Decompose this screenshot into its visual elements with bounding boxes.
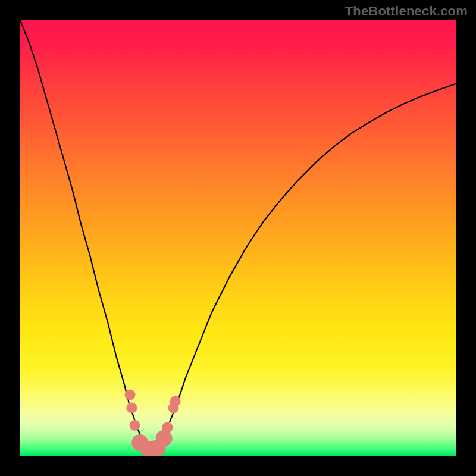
data-marker [130, 420, 140, 431]
data-markers [125, 390, 181, 456]
watermark-label: TheBottleneck.com [345, 4, 468, 18]
plot-area [20, 20, 456, 456]
data-marker [170, 396, 181, 407]
data-marker [156, 430, 173, 447]
data-marker [126, 403, 137, 414]
chart-svg [20, 20, 456, 456]
chart-container: TheBottleneck.com [0, 0, 476, 476]
bottleneck-curve [20, 20, 456, 449]
watermark-text: TheBottleneck.com [345, 4, 468, 19]
data-marker [162, 422, 173, 433]
data-marker [125, 390, 136, 400]
